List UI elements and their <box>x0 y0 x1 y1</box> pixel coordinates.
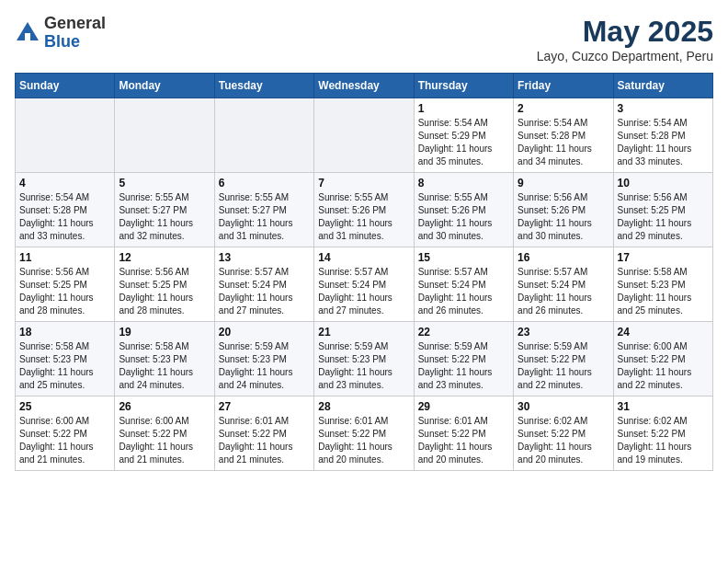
day-number: 26 <box>119 400 210 413</box>
day-info: Sunrise: 6:02 AM Sunset: 5:22 PM Dayligh… <box>618 415 709 466</box>
calendar-cell: 6Sunrise: 5:55 AM Sunset: 5:27 PM Daylig… <box>214 173 313 247</box>
weekday-header: Wednesday <box>314 74 414 98</box>
weekday-header: Friday <box>514 74 613 98</box>
calendar-cell: 7Sunrise: 5:55 AM Sunset: 5:26 PM Daylig… <box>314 173 414 247</box>
day-number: 22 <box>418 326 509 339</box>
calendar-cell: 11Sunrise: 5:56 AM Sunset: 5:25 PM Dayli… <box>16 247 115 322</box>
day-number: 8 <box>418 177 509 190</box>
calendar-cell: 30Sunrise: 6:02 AM Sunset: 5:22 PM Dayli… <box>514 396 613 471</box>
day-number: 18 <box>19 326 110 339</box>
day-number: 13 <box>219 251 310 264</box>
calendar-cell <box>16 98 115 173</box>
day-number: 27 <box>219 400 310 413</box>
title-block: May 2025 Layo, Cuzco Department, Peru <box>537 15 713 63</box>
calendar-week-row: 25Sunrise: 6:00 AM Sunset: 5:22 PM Dayli… <box>16 396 713 471</box>
day-info: Sunrise: 6:01 AM Sunset: 5:22 PM Dayligh… <box>219 415 310 466</box>
calendar-cell: 23Sunrise: 5:59 AM Sunset: 5:22 PM Dayli… <box>514 322 613 396</box>
day-number: 21 <box>318 326 409 339</box>
weekday-header: Monday <box>115 74 214 98</box>
day-number: 10 <box>618 177 709 190</box>
day-number: 15 <box>418 251 509 264</box>
day-number: 2 <box>518 102 609 115</box>
day-info: Sunrise: 6:02 AM Sunset: 5:22 PM Dayligh… <box>518 415 609 466</box>
day-info: Sunrise: 5:54 AM Sunset: 5:28 PM Dayligh… <box>518 117 609 168</box>
day-info: Sunrise: 5:56 AM Sunset: 5:25 PM Dayligh… <box>618 191 709 243</box>
day-number: 6 <box>219 177 310 190</box>
calendar-cell: 2Sunrise: 5:54 AM Sunset: 5:28 PM Daylig… <box>514 98 613 173</box>
day-info: Sunrise: 6:01 AM Sunset: 5:22 PM Dayligh… <box>318 415 409 466</box>
weekday-header: Thursday <box>414 74 513 98</box>
day-number: 11 <box>19 251 110 264</box>
logo-text: General Blue <box>44 15 106 52</box>
day-number: 30 <box>518 400 609 413</box>
logo: General Blue <box>15 15 106 52</box>
day-info: Sunrise: 5:55 AM Sunset: 5:26 PM Dayligh… <box>318 191 409 243</box>
calendar-cell: 12Sunrise: 5:56 AM Sunset: 5:25 PM Dayli… <box>115 247 214 322</box>
calendar-cell: 4Sunrise: 5:54 AM Sunset: 5:28 PM Daylig… <box>16 173 115 247</box>
day-number: 7 <box>318 177 409 190</box>
day-info: Sunrise: 5:56 AM Sunset: 5:26 PM Dayligh… <box>518 191 609 243</box>
svg-rect-1 <box>25 33 30 40</box>
calendar-cell: 15Sunrise: 5:57 AM Sunset: 5:24 PM Dayli… <box>414 247 513 322</box>
calendar-cell: 24Sunrise: 6:00 AM Sunset: 5:22 PM Dayli… <box>613 322 712 396</box>
calendar-cell: 16Sunrise: 5:57 AM Sunset: 5:24 PM Dayli… <box>514 247 613 322</box>
day-info: Sunrise: 6:01 AM Sunset: 5:22 PM Dayligh… <box>418 415 509 466</box>
calendar-week-row: 11Sunrise: 5:56 AM Sunset: 5:25 PM Dayli… <box>16 247 713 322</box>
day-info: Sunrise: 6:00 AM Sunset: 5:22 PM Dayligh… <box>119 415 210 466</box>
day-info: Sunrise: 5:55 AM Sunset: 5:26 PM Dayligh… <box>418 191 509 243</box>
logo-general: General <box>44 14 106 32</box>
day-number: 23 <box>518 326 609 339</box>
day-info: Sunrise: 5:58 AM Sunset: 5:23 PM Dayligh… <box>119 340 210 392</box>
weekday-header-row: SundayMondayTuesdayWednesdayThursdayFrid… <box>16 74 713 98</box>
day-number: 9 <box>518 177 609 190</box>
day-info: Sunrise: 5:54 AM Sunset: 5:28 PM Dayligh… <box>618 117 709 168</box>
calendar-cell <box>214 98 313 173</box>
calendar-cell: 3Sunrise: 5:54 AM Sunset: 5:28 PM Daylig… <box>613 98 712 173</box>
calendar-week-row: 1Sunrise: 5:54 AM Sunset: 5:29 PM Daylig… <box>16 98 713 173</box>
calendar-cell: 31Sunrise: 6:02 AM Sunset: 5:22 PM Dayli… <box>613 396 712 471</box>
calendar-table: SundayMondayTuesdayWednesdayThursdayFrid… <box>15 73 713 471</box>
calendar-cell: 14Sunrise: 5:57 AM Sunset: 5:24 PM Dayli… <box>314 247 414 322</box>
day-number: 3 <box>618 102 709 115</box>
calendar-cell: 28Sunrise: 6:01 AM Sunset: 5:22 PM Dayli… <box>314 396 414 471</box>
day-number: 31 <box>618 400 709 413</box>
calendar-subtitle: Layo, Cuzco Department, Peru <box>537 49 713 63</box>
day-info: Sunrise: 5:59 AM Sunset: 5:22 PM Dayligh… <box>418 340 509 392</box>
day-number: 29 <box>418 400 509 413</box>
calendar-cell: 19Sunrise: 5:58 AM Sunset: 5:23 PM Dayli… <box>115 322 214 396</box>
calendar-cell: 13Sunrise: 5:57 AM Sunset: 5:24 PM Dayli… <box>214 247 313 322</box>
day-info: Sunrise: 5:54 AM Sunset: 5:28 PM Dayligh… <box>19 191 110 243</box>
day-info: Sunrise: 5:57 AM Sunset: 5:24 PM Dayligh… <box>318 266 409 317</box>
day-number: 4 <box>19 177 110 190</box>
logo-icon <box>15 20 40 46</box>
day-number: 19 <box>119 326 210 339</box>
calendar-cell: 10Sunrise: 5:56 AM Sunset: 5:25 PM Dayli… <box>613 173 712 247</box>
day-info: Sunrise: 5:59 AM Sunset: 5:23 PM Dayligh… <box>219 340 310 392</box>
calendar-cell: 21Sunrise: 5:59 AM Sunset: 5:23 PM Dayli… <box>314 322 414 396</box>
calendar-cell: 27Sunrise: 6:01 AM Sunset: 5:22 PM Dayli… <box>214 396 313 471</box>
day-number: 1 <box>418 102 509 115</box>
day-info: Sunrise: 5:57 AM Sunset: 5:24 PM Dayligh… <box>219 266 310 317</box>
day-info: Sunrise: 5:58 AM Sunset: 5:23 PM Dayligh… <box>19 340 110 392</box>
day-info: Sunrise: 5:59 AM Sunset: 5:22 PM Dayligh… <box>518 340 609 392</box>
logo-blue: Blue <box>44 32 80 51</box>
day-info: Sunrise: 6:00 AM Sunset: 5:22 PM Dayligh… <box>19 415 110 466</box>
calendar-cell: 22Sunrise: 5:59 AM Sunset: 5:22 PM Dayli… <box>414 322 513 396</box>
calendar-cell: 1Sunrise: 5:54 AM Sunset: 5:29 PM Daylig… <box>414 98 513 173</box>
calendar-week-row: 4Sunrise: 5:54 AM Sunset: 5:28 PM Daylig… <box>16 173 713 247</box>
day-info: Sunrise: 5:59 AM Sunset: 5:23 PM Dayligh… <box>318 340 409 392</box>
calendar-cell: 26Sunrise: 6:00 AM Sunset: 5:22 PM Dayli… <box>115 396 214 471</box>
day-info: Sunrise: 5:55 AM Sunset: 5:27 PM Dayligh… <box>219 191 310 243</box>
day-number: 24 <box>618 326 709 339</box>
day-info: Sunrise: 5:57 AM Sunset: 5:24 PM Dayligh… <box>518 266 609 317</box>
weekday-header: Saturday <box>613 74 712 98</box>
calendar-cell: 8Sunrise: 5:55 AM Sunset: 5:26 PM Daylig… <box>414 173 513 247</box>
calendar-cell: 20Sunrise: 5:59 AM Sunset: 5:23 PM Dayli… <box>214 322 313 396</box>
day-info: Sunrise: 5:56 AM Sunset: 5:25 PM Dayligh… <box>19 266 110 317</box>
day-info: Sunrise: 5:54 AM Sunset: 5:29 PM Dayligh… <box>418 117 509 168</box>
day-info: Sunrise: 5:56 AM Sunset: 5:25 PM Dayligh… <box>119 266 210 317</box>
calendar-cell: 17Sunrise: 5:58 AM Sunset: 5:23 PM Dayli… <box>613 247 712 322</box>
day-info: Sunrise: 5:55 AM Sunset: 5:27 PM Dayligh… <box>119 191 210 243</box>
day-info: Sunrise: 5:58 AM Sunset: 5:23 PM Dayligh… <box>618 266 709 317</box>
day-number: 12 <box>119 251 210 264</box>
